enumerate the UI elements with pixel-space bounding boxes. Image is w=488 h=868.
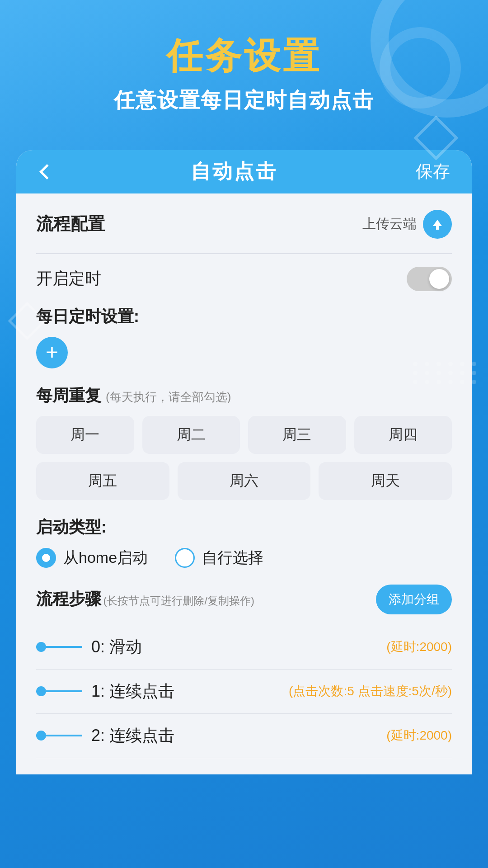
step-content-0: 0: 滑动 (延时:2000) — [91, 636, 452, 658]
launch-option-home[interactable]: 从home启动 — [36, 547, 148, 568]
step-detail-0: (延时:2000) — [386, 638, 452, 656]
save-button[interactable]: 保存 — [410, 156, 455, 187]
launch-custom-label: 自行选择 — [202, 547, 263, 568]
step-dot-2 — [36, 731, 46, 741]
back-button[interactable] — [33, 159, 58, 184]
day-tuesday[interactable]: 周二 — [142, 416, 240, 454]
step-dot-0 — [36, 642, 46, 652]
svg-rect-1 — [436, 226, 439, 230]
launch-type-label: 启动类型: — [36, 516, 452, 538]
step-item-0: 0: 滑动 (延时:2000) — [36, 625, 452, 670]
card-header: 自动点击 保存 — [16, 150, 472, 193]
add-group-button[interactable]: 添加分组 — [376, 585, 452, 614]
upload-icon — [430, 217, 445, 231]
step-dot-line-0 — [36, 642, 82, 652]
days-grid-row1: 周一 周二 周三 周四 — [36, 416, 452, 454]
card-body: 流程配置 上传云端 开启定时 每日定时设置: + — [16, 193, 472, 774]
day-wednesday[interactable]: 周三 — [248, 416, 346, 454]
upload-cloud-area: 上传云端 — [362, 210, 452, 239]
days-grid-row2: 周五 周六 周天 — [36, 462, 452, 500]
launch-option-custom[interactable]: 自行选择 — [175, 547, 263, 568]
step-content-2: 2: 连续点击 (延时:2000) — [91, 725, 452, 747]
upload-cloud-button[interactable] — [423, 210, 452, 239]
radio-home-inner — [42, 554, 50, 562]
toggle-knob — [429, 269, 449, 289]
step-item-1: 1: 连续点击 (点击次数:5 点击速度:5次/秒) — [36, 670, 452, 714]
day-thursday[interactable]: 周四 — [354, 416, 452, 454]
step-line-2 — [46, 735, 82, 736]
launch-options: 从home启动 自行选择 — [36, 547, 452, 568]
steps-label-container: 流程步骤 (长按节点可进行删除/复制操作) — [36, 588, 254, 610]
step-content-1: 1: 连续点击 (点击次数:5 点击速度:5次/秒) — [91, 680, 452, 703]
step-dot-line-1 — [36, 686, 82, 696]
back-chevron-icon — [39, 164, 55, 179]
weekly-repeat-main: 每周重复 — [36, 386, 101, 405]
main-card: 自动点击 保存 流程配置 上传云端 开启定时 — [16, 150, 472, 774]
step-dot-1 — [36, 686, 46, 696]
bg-decoration-dots — [413, 362, 479, 384]
process-config-label: 流程配置 — [36, 212, 105, 236]
weekly-repeat-hint: (每天执行，请全部勾选) — [106, 390, 231, 404]
timer-toggle-switch[interactable] — [407, 267, 452, 291]
steps-main-label: 流程步骤 — [36, 590, 101, 608]
svg-marker-0 — [433, 220, 442, 226]
step-dot-line-2 — [36, 731, 82, 741]
steps-header: 流程步骤 (长按节点可进行删除/复制操作) 添加分组 — [36, 585, 452, 614]
step-detail-1: (点击次数:5 点击速度:5次/秒) — [289, 683, 452, 700]
process-config-row: 流程配置 上传云端 — [36, 210, 452, 239]
step-item-2: 2: 连续点击 (延时:2000) — [36, 714, 452, 758]
upload-cloud-text: 上传云端 — [362, 215, 417, 233]
add-plus-icon: + — [46, 341, 58, 363]
timer-toggle-label: 开启定时 — [36, 268, 101, 290]
steps-hint-label: (长按节点可进行删除/复制操作) — [103, 594, 254, 607]
weekly-repeat-label: 每周重复 (每天执行，请全部勾选) — [36, 385, 452, 407]
step-name-2[interactable]: 2: 连续点击 — [91, 725, 174, 747]
radio-home-circle — [36, 548, 56, 568]
step-name-0[interactable]: 0: 滑动 — [91, 636, 142, 658]
step-line-0 — [46, 646, 82, 648]
launch-home-label: 从home启动 — [63, 547, 148, 568]
add-timer-button[interactable]: + — [36, 337, 68, 368]
daily-timer-label: 每日定时设置: — [36, 306, 452, 328]
timer-toggle-row: 开启定时 — [36, 267, 452, 291]
step-detail-2: (延时:2000) — [386, 727, 452, 744]
radio-custom-circle — [175, 548, 195, 568]
bg-decoration-circle-small — [380, 27, 461, 108]
day-friday[interactable]: 周五 — [36, 462, 169, 500]
day-saturday[interactable]: 周六 — [178, 462, 311, 500]
day-monday[interactable]: 周一 — [36, 416, 134, 454]
step-line-1 — [46, 690, 82, 692]
step-name-1[interactable]: 1: 连续点击 — [91, 680, 174, 703]
card-title: 自动点击 — [191, 158, 277, 185]
divider-1 — [36, 253, 452, 254]
day-sunday[interactable]: 周天 — [319, 462, 452, 500]
